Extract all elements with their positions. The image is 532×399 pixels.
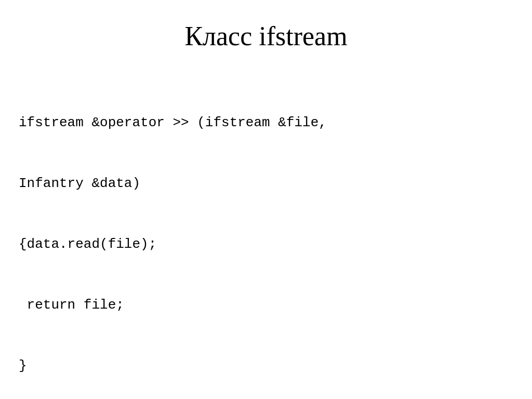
code-line-1: ifstream &operator >> (ifstream &file, bbox=[19, 113, 327, 133]
page-title: Класс ifstream bbox=[184, 21, 347, 51]
code-block-ifstream: ifstream &operator >> (ifstream &file, I… bbox=[19, 72, 327, 396]
code-line-3: {data.read(file); bbox=[19, 234, 327, 255]
code-line-4: return file; bbox=[19, 295, 327, 315]
code-line-5: } bbox=[19, 356, 327, 376]
code-line-2: Infantry &data) bbox=[19, 174, 327, 194]
